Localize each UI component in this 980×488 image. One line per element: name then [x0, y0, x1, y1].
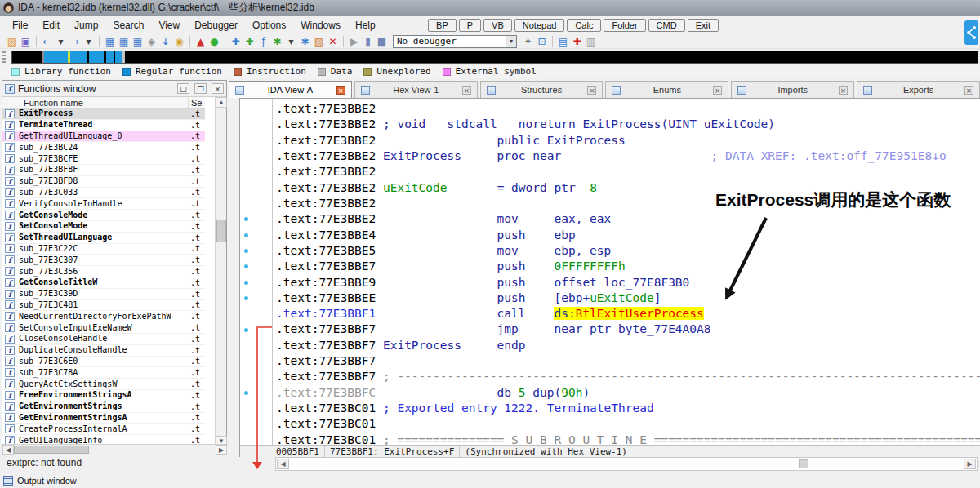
navigate-forward-dropdown-icon[interactable]: ▾ [82, 35, 96, 48]
quick-button-cmd[interactable]: CMD [648, 19, 685, 32]
breakpoint-remove-icon[interactable]: ▥ [584, 35, 598, 48]
scroll-right-icon[interactable]: ▶ [216, 445, 227, 455]
output-window-bar[interactable]: Output window [0, 472, 980, 488]
menu-search[interactable]: Search [105, 17, 151, 33]
function-row[interactable]: fTerminateThread.t [2, 120, 205, 131]
create-struct-icon[interactable]: ✚ [229, 35, 243, 48]
vscroll-thumb[interactable] [216, 220, 226, 242]
tab-enums[interactable]: Enums× [605, 81, 728, 98]
tab-structures[interactable]: Structures× [480, 81, 604, 98]
function-row[interactable]: fCloseConsoleHandle.t [2, 334, 205, 345]
function-row[interactable]: fsub_77E3C033.t [2, 188, 205, 199]
navigate-back-icon[interactable]: ← [40, 35, 54, 48]
disasm-line[interactable]: .text:77E3BBFC db 5 dup(90h) [276, 385, 590, 401]
function-row[interactable]: fsub_77E3BCFE.t [2, 153, 205, 165]
menu-help[interactable]: Help [348, 17, 383, 33]
menu-options[interactable]: Options [245, 17, 293, 33]
function-row[interactable]: fSetThreadUILanguage.t [2, 233, 205, 244]
patch-icon[interactable]: ✱ [270, 35, 284, 48]
tab-close-icon[interactable]: × [964, 86, 973, 95]
toolbar-grip[interactable] [2, 51, 6, 63]
disasm-line[interactable]: .text:77E3BBF7 ExitProcess endp [276, 338, 526, 353]
function-row[interactable]: fExitProcess.t [2, 109, 205, 120]
navigation-band[interactable] [11, 51, 978, 64]
menu-jump[interactable]: Jump [67, 17, 105, 33]
quick-button-exit[interactable]: Exit [688, 19, 719, 32]
disasm-line[interactable]: .text:77E3BBE2 mov eax, eax [276, 211, 611, 227]
menu-edit[interactable]: Edit [35, 17, 67, 33]
function-list-hscrollbar[interactable]: ◀ ▶ [2, 444, 228, 455]
menu-windows[interactable]: Windows [293, 17, 348, 33]
disasm-line[interactable]: .text:77E3BBE4 push ebp [276, 228, 576, 243]
disasm-line[interactable]: .text:77E3BBE2 uExitCode = dword ptr 8 [276, 180, 597, 196]
scroll-left-icon[interactable]: ◀ [277, 459, 289, 469]
function-row[interactable]: fsub_77E3C78A.t [2, 367, 205, 379]
disasm-line[interactable]: .text:77E3BBE7 push 0FFFFFFFFh [276, 259, 626, 274]
quick-button-bp[interactable]: BP [428, 19, 457, 32]
scroll-left-icon[interactable]: ◀ [2, 445, 14, 455]
jump-to-function-icon[interactable]: ▦ [131, 35, 145, 48]
debugger-options-icon[interactable]: ✦ [521, 35, 535, 48]
function-row[interactable]: fSetConsoleInputExeNameW.t [2, 322, 205, 334]
quick-button-folder[interactable]: Folder [604, 19, 645, 32]
save-icon[interactable]: ▣ [19, 35, 33, 48]
function-row[interactable]: fsub_77E3C356.t [2, 266, 205, 277]
share-icon[interactable] [964, 20, 978, 45]
disasm-line[interactable]: .text:77E3BBE2 [276, 164, 376, 180]
undefine-icon[interactable]: ✕ [326, 35, 340, 48]
tab-imports[interactable]: Imports× [731, 81, 854, 98]
tab-hex-view-1[interactable]: Hex View-1× [354, 81, 478, 98]
chevron-down-icon[interactable]: ▾ [506, 36, 516, 47]
open-subviews-icon[interactable]: ⊡ [535, 35, 549, 48]
disasm-line[interactable]: .text:77E3BBE2 public ExitProcess [276, 133, 626, 149]
scroll-right-icon[interactable]: ▶ [964, 459, 976, 469]
script-window-icon[interactable]: ▤ [556, 35, 570, 48]
disasm-line[interactable]: .text:77E3BBE2 [276, 101, 376, 117]
tab-close-icon[interactable]: × [713, 86, 722, 95]
maximize-icon[interactable]: □ [177, 83, 189, 94]
create-enum-icon[interactable]: ✚ [243, 35, 256, 48]
function-row[interactable]: fGetThreadUILanguage_0.t [2, 131, 205, 143]
colors-icon[interactable]: ▧ [312, 35, 326, 48]
navigate-forward-icon[interactable]: → [68, 35, 82, 48]
disasm-line[interactable]: .text:77E3BC01 ; Exported entry 1222. Te… [276, 401, 654, 416]
column-segment[interactable]: Se [189, 98, 205, 108]
function-list-vscrollbar[interactable]: ▲ ▼ [215, 97, 226, 446]
function-row[interactable]: fsub_77E3C481.t [2, 300, 205, 312]
column-function-name[interactable]: Function name [2, 98, 189, 108]
open-file-icon[interactable]: ▨ [5, 35, 19, 48]
ida-view-a[interactable]: .text:77E3BBE2.text:77E3BBE2 ; void __st… [239, 98, 980, 445]
function-row[interactable]: fGetConsoleMode.t [2, 210, 205, 221]
scroll-up-icon[interactable]: ▲ [216, 97, 227, 108]
function-row[interactable]: fGetConsoleTitleW.t [2, 277, 205, 289]
hscroll-thumb[interactable] [799, 459, 808, 468]
disasm-line[interactable]: .text:77E3BBE2 ; void __stdcall __noretu… [276, 117, 775, 132]
function-row[interactable]: fGetEnvironmentStrings.t [2, 401, 205, 413]
function-row[interactable]: fDuplicateConsoleHandle.t [2, 345, 205, 357]
disasm-line[interactable]: .text:77E3BC01 [276, 416, 376, 432]
disasm-line[interactable]: .text:77E3BBF7 [276, 353, 376, 369]
menu-view[interactable]: View [151, 17, 187, 33]
rename-icon[interactable]: ƒ [256, 35, 270, 48]
jump-down-icon[interactable]: ↓ [158, 35, 172, 48]
function-row[interactable]: fsub_77E3C6E0.t [2, 357, 205, 368]
debug-pause-icon[interactable]: ▮ [361, 35, 375, 48]
tab-close-icon[interactable]: × [839, 86, 848, 95]
function-row[interactable]: fsub_77E3BC24.t [2, 142, 205, 153]
float-icon[interactable]: ❒ [194, 83, 207, 94]
quick-button-calc[interactable]: Calc [567, 19, 601, 32]
function-row[interactable]: fVerifyConsoleIoHandle.t [2, 198, 205, 210]
tab-close-icon[interactable]: × [462, 86, 471, 95]
function-row[interactable]: fGetEnvironmentStringsA.t [2, 413, 205, 424]
navigate-back-dropdown-icon[interactable]: ▾ [54, 35, 68, 48]
function-list-header[interactable]: Function name Se [2, 97, 205, 109]
disasm-line[interactable]: .text:77E3BBE9 push offset loc_77E8F3B0 [276, 275, 689, 291]
debugger-select[interactable]: No debugger ▾ [393, 35, 517, 48]
tab-close-icon[interactable]: × [587, 86, 596, 95]
disasm-line[interactable]: .text:77E3BBE5 mov ebp, esp [276, 243, 611, 259]
function-row[interactable]: fCreateProcessInternalA.t [2, 424, 205, 435]
tab-exports[interactable]: Exports× [857, 81, 980, 98]
disasm-line[interactable]: .text:77E3BBEE push [ebp+uExitCode] [276, 291, 661, 306]
disasm-line[interactable]: .text:77E3BBE2 ExitProcess proc near ; D… [276, 149, 947, 164]
disasm-line[interactable]: .text:77E3BBF7 ; -----------------------… [276, 369, 980, 384]
